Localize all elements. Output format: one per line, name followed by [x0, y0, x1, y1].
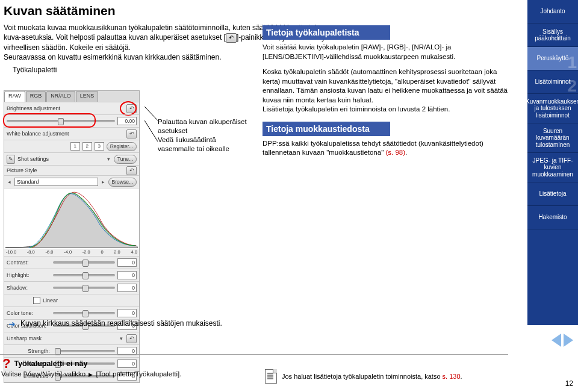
arrow-left-icon[interactable]: ◂	[7, 179, 12, 185]
color-tone-value[interactable]: 0	[117, 309, 137, 317]
tool-palette: RAW RGB NR/ALO LENS Brightness adjustmen…	[4, 90, 140, 383]
revert-unsharp-button[interactable]: ↶	[126, 334, 137, 343]
strength-slider[interactable]	[55, 350, 115, 352]
contrast-slider[interactable]	[53, 261, 115, 264]
contrast-label: Contrast:	[7, 260, 51, 266]
revert-wb-button[interactable]: ↶	[126, 129, 137, 138]
faq-title: Työkalupaletti ei näy	[14, 359, 87, 368]
sidebar-item-intro[interactable]: Johdanto	[527, 0, 578, 23]
highlight-slider[interactable]	[53, 274, 115, 276]
wb-label: White balance adjustment	[7, 131, 124, 137]
shadow-value[interactable]: 0	[117, 284, 137, 292]
document-icon	[265, 369, 277, 384]
picture-style-label: Picture Style	[7, 167, 124, 173]
chevron-down-icon[interactable]: ▾	[106, 156, 111, 162]
shadow-slider[interactable]	[53, 287, 115, 289]
tab-raw[interactable]: RAW	[4, 91, 25, 102]
contrast-value[interactable]: 0	[117, 258, 137, 267]
histogram-axis: -10.0-8.0-6.0-4.0-2.002.04.0	[4, 249, 139, 256]
page-nav-arrows	[552, 334, 573, 347]
tab-rgb[interactable]: RGB	[26, 91, 46, 102]
tune-button[interactable]: Tune...	[114, 155, 137, 164]
page-ref-130[interactable]: s. 130	[443, 373, 461, 380]
histogram	[4, 188, 139, 249]
callout-circle-slider	[3, 113, 96, 128]
sidebar-item-basic[interactable]: Peruskäyttö1	[527, 47, 578, 70]
color-tone-slider[interactable]	[53, 312, 115, 314]
wb-preset-1[interactable]: 1	[70, 142, 80, 151]
question-icon: ?	[2, 359, 10, 368]
sidebar-item-index[interactable]: Hakemisto	[527, 206, 578, 229]
callout-circle-revert	[120, 101, 137, 116]
sidebar-item-batchprint[interactable]: Suuren kuvamäärän tulostaminen	[527, 123, 578, 153]
linear-checkbox[interactable]	[33, 297, 40, 304]
revert-icon: ↶	[226, 33, 237, 43]
infobox-text-3: DPP:ssä kaikki työkalupaletissa tehdyt s…	[263, 139, 508, 158]
sidebar-item-contents[interactable]: Sisällys pääkohdittain	[527, 23, 578, 47]
highlight-label: Highlight:	[7, 272, 51, 278]
page-title: Kuvan säätäminen	[4, 4, 521, 18]
shot-settings-label: Shot settings	[17, 156, 104, 162]
highlight-value[interactable]: 0	[117, 271, 137, 279]
sidebar-item-moreinfo[interactable]: Lisätietoja	[527, 182, 578, 206]
browse-button[interactable]: Browse...	[108, 178, 137, 187]
tab-nralo[interactable]: NR/ALO	[46, 91, 75, 102]
footnote-text: Kuvan kirkkaus säädetään reaaliaikaisest…	[20, 319, 222, 328]
register-button[interactable]: Register...	[107, 142, 137, 151]
caret-icon: ▶	[87, 372, 94, 378]
arrow-right-icon: ➜	[8, 319, 16, 329]
unsharp-label: Unsharp mask	[7, 335, 116, 341]
arrow-right-icon[interactable]: ▸	[101, 179, 106, 185]
infobox-heading-edit: Tietoja muokkaustiedosta	[263, 122, 390, 136]
wb-preset-3[interactable]: 3	[95, 142, 104, 151]
sidebar-nav: Johdanto Sisällys pääkohdittain Peruskäy…	[527, 0, 578, 325]
palette-tabs: RAW RGB NR/ALO LENS	[4, 91, 139, 102]
infobox-heading-palette: Tietoja työkalupaletista	[263, 25, 390, 40]
tab-lens[interactable]: LENS	[76, 91, 99, 102]
chevron-down-icon[interactable]: ▾	[119, 335, 124, 341]
faq-text: Valitse [View/Näytä]-valikko ▶ [Tool pal…	[1, 370, 265, 378]
brightness-value[interactable]: 0.00	[117, 117, 137, 125]
shadow-label: Shadow:	[7, 285, 51, 291]
info-text: Jos haluat lisätietoja työkalupaletin to…	[282, 373, 462, 380]
infobox-text-1: Voit säätää kuvia työkalupaletin [RAW]-,…	[263, 43, 508, 61]
callout-text: Palauttaa kuvan alkuperäiset asetukset V…	[158, 117, 254, 154]
strength-label: Strength:	[7, 348, 52, 354]
prev-page-button[interactable]	[552, 334, 561, 347]
sidebar-item-advanced[interactable]: Lisätoiminnot2	[527, 70, 578, 94]
next-page-button[interactable]	[564, 334, 573, 347]
wb-preset-2[interactable]: 2	[82, 142, 92, 151]
page-ref-98[interactable]: (s. 98)	[385, 149, 405, 156]
revert-ps-button[interactable]: ↶	[126, 166, 137, 175]
page-number: 12	[565, 379, 573, 388]
sidebar-item-jpegtiff[interactable]: JPEG- ja TIFF-kuvien muokkaaminen	[527, 153, 578, 182]
infobox-text-2: Koska työkalupaletin säädöt (automaattin…	[263, 67, 508, 114]
brightness-label: Brightness adjustment	[7, 105, 124, 111]
color-tone-label: Color tone:	[7, 310, 51, 316]
picture-style-value[interactable]: Standard	[14, 178, 98, 186]
linear-label: Linear	[43, 297, 137, 303]
eyedropper-icon[interactable]: ✎	[7, 155, 15, 164]
sidebar-item-editprint[interactable]: Kuvanmuokkauksen ja tulostuksen lisätoim…	[527, 94, 578, 123]
